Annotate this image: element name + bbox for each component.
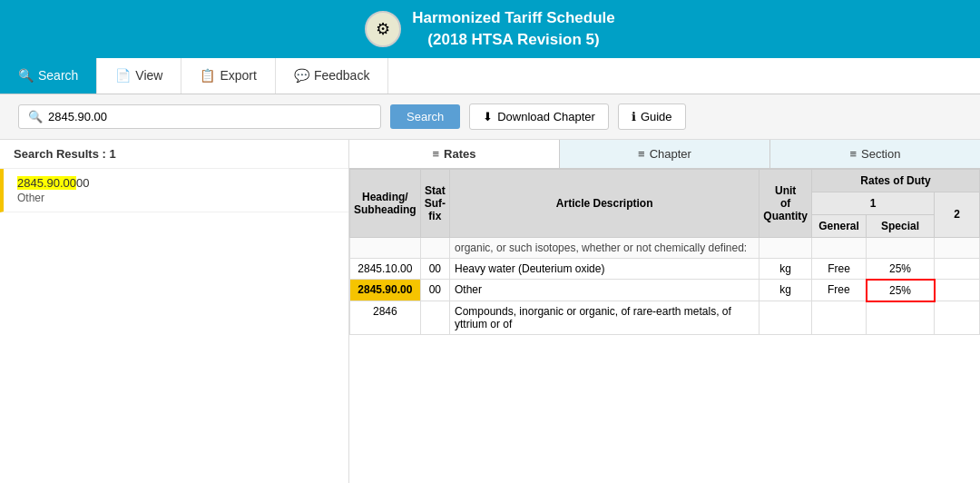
download-chapter-button[interactable]: ⬇ Download Chapter: [469, 104, 609, 130]
cell-desc: Compounds, inorganic or organic, of rare…: [450, 301, 760, 335]
cell-suffix: 00: [420, 280, 449, 301]
section-tab-icon: ≡: [850, 147, 858, 161]
rates-table: Heading/ Subheading StatSuf-fix Article …: [349, 169, 980, 336]
cell-heading-highlighted: 2845.90.00: [350, 280, 421, 301]
nav-view-label: View: [135, 68, 162, 83]
col-rates-of-duty: Rates of Duty: [812, 169, 980, 192]
nav-view[interactable]: 📄 View: [97, 58, 181, 94]
search-bar: 🔍 Search ⬇ Download Chapter ℹ Guide: [0, 94, 980, 140]
guide-button[interactable]: ℹ Guide: [618, 104, 686, 130]
export-nav-icon: 📋: [200, 68, 215, 83]
cell-special: 25%: [867, 258, 935, 280]
cell-suffix: [420, 237, 449, 258]
cell-heading: [350, 237, 421, 258]
cell-unit: kg: [760, 258, 812, 280]
title-line1: Harmonized Tariff Schedule: [412, 7, 615, 29]
col-article-desc: Article Description: [450, 169, 760, 237]
table-row: 2846 Compounds, inorganic or organic, of…: [350, 301, 980, 335]
col-heading: Heading/ Subheading: [350, 169, 421, 237]
cell-special-highlighted: 25%: [867, 280, 935, 301]
title-line2: (2018 HTSA Revision 5): [412, 29, 615, 51]
nav-search-label: Search: [38, 68, 78, 83]
nav-feedback[interactable]: 💬 Feedback: [276, 58, 388, 94]
search-button[interactable]: Search: [390, 104, 460, 129]
section-tab-label: Section: [861, 147, 900, 161]
col-1: 1: [812, 192, 935, 214]
cell-general: [812, 237, 867, 258]
search-input[interactable]: [48, 110, 371, 123]
cell-2: [935, 237, 980, 258]
tab-rates[interactable]: ≡ Rates: [349, 140, 560, 168]
nav-export[interactable]: 📋 Export: [181, 58, 275, 94]
col-special: Special: [867, 214, 935, 237]
cell-heading: 2845.10.00: [350, 258, 421, 280]
chapter-tab-icon: ≡: [638, 147, 645, 161]
cell-special: [867, 237, 935, 258]
cell-unit: kg: [760, 280, 812, 301]
app-logo: ⚙: [365, 11, 401, 47]
search-input-wrap: 🔍: [18, 104, 381, 129]
cell-2: [935, 280, 980, 301]
cell-unit: [760, 301, 812, 335]
cell-desc: Heavy water (Deuterium oxide): [450, 258, 760, 280]
chapter-tab-label: Chapter: [650, 147, 691, 161]
cell-2: [935, 258, 980, 280]
right-panel: ≡ Rates ≡ Chapter ≡ Section Heading/ Sub…: [349, 140, 980, 483]
table-row: organic, or such isotopes, whether or no…: [350, 237, 980, 258]
search-nav-icon: 🔍: [18, 68, 34, 83]
guide-icon: ℹ: [632, 110, 636, 123]
cell-special: [867, 301, 935, 335]
cell-desc: Other: [450, 280, 760, 301]
table-row: 2845.90.00 00 Other kg Free 25%: [350, 280, 980, 301]
search-input-icon: 🔍: [28, 110, 43, 123]
app-title: Harmonized Tariff Schedule (2018 HTSA Re…: [412, 7, 615, 51]
table-row: 2845.10.00 00 Heavy water (Deuterium oxi…: [350, 258, 980, 280]
table-wrap: Heading/ Subheading StatSuf-fix Article …: [349, 169, 980, 483]
col-stat-suffix: StatSuf-fix: [420, 169, 449, 237]
cell-unit: [760, 237, 812, 258]
col-2: 2: [935, 192, 980, 237]
nav-feedback-label: Feedback: [314, 68, 369, 83]
left-panel: Search Results : 1 2845.90.0000 Other: [0, 140, 349, 483]
cell-general: Free: [812, 258, 867, 280]
cell-2: [935, 301, 980, 335]
cell-general: Free: [812, 280, 867, 301]
main-content: Search Results : 1 2845.90.0000 Other ≡ …: [0, 140, 980, 483]
col-general: General: [812, 214, 867, 237]
nav-export-label: Export: [220, 68, 256, 83]
result-code-highlight: 2845.90.00: [17, 176, 76, 190]
download-label: Download Chapter: [497, 110, 595, 123]
tabs: ≡ Rates ≡ Chapter ≡ Section: [349, 140, 980, 169]
result-desc: Other: [17, 192, 335, 204]
navbar: 🔍 Search 📄 View 📋 Export 💬 Feedback: [0, 58, 980, 94]
result-item[interactable]: 2845.90.0000 Other: [0, 169, 348, 212]
guide-label: Guide: [641, 110, 672, 123]
cell-desc: organic, or such isotopes, whether or no…: [450, 237, 760, 258]
nav-search[interactable]: 🔍 Search: [0, 58, 97, 94]
tab-chapter[interactable]: ≡ Chapter: [560, 140, 770, 168]
col-unit-qty: UnitofQuantity: [760, 169, 812, 237]
app-header: ⚙ Harmonized Tariff Schedule (2018 HTSA …: [0, 0, 980, 58]
cell-general: [812, 301, 867, 335]
download-icon: ⬇: [483, 110, 493, 123]
rates-tab-icon: ≡: [432, 147, 439, 161]
result-code: 2845.90.0000: [17, 176, 335, 190]
rates-tab-label: Rates: [444, 147, 475, 161]
tab-section[interactable]: ≡ Section: [770, 140, 980, 168]
cell-suffix: [420, 301, 449, 335]
view-nav-icon: 📄: [115, 68, 131, 83]
cell-heading: 2846: [350, 301, 421, 335]
feedback-nav-icon: 💬: [294, 68, 309, 83]
results-count: Search Results : 1: [0, 140, 348, 169]
cell-suffix: 00: [420, 258, 449, 280]
